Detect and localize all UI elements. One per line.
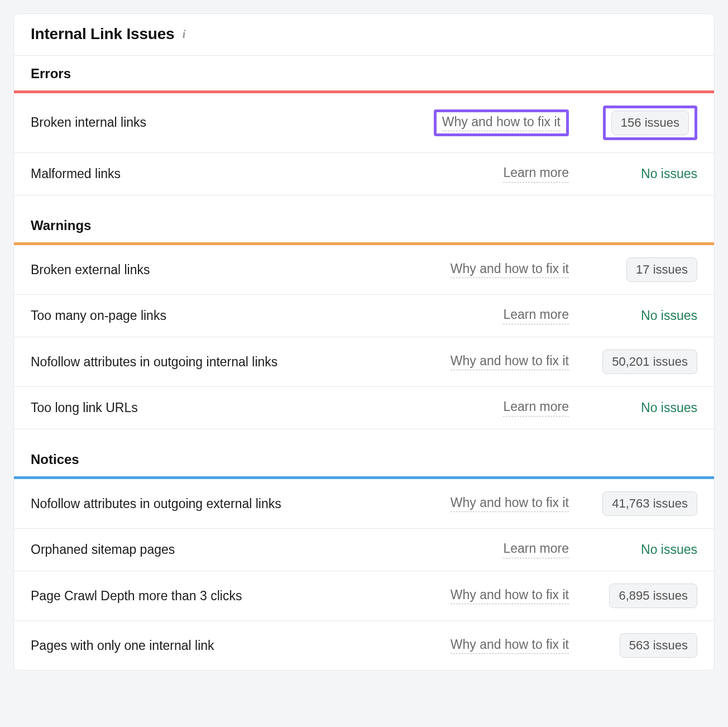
no-issues-label: No issues bbox=[641, 308, 697, 323]
issue-name: Nofollow attributes in outgoing external… bbox=[31, 495, 451, 513]
learn-more-link[interactable]: Learn more bbox=[503, 399, 569, 417]
issues-count-button[interactable]: 563 issues bbox=[620, 633, 697, 658]
issue-name: Broken external links bbox=[31, 261, 451, 279]
issue-name: Malformed links bbox=[31, 165, 503, 183]
issue-name: Orphaned sitemap pages bbox=[31, 541, 503, 558]
issues-count-button[interactable]: 41,763 issues bbox=[602, 491, 697, 516]
issue-row: Page Crawl Depth more than 3 clicks Why … bbox=[14, 571, 714, 621]
section-header-errors: Errors bbox=[14, 56, 714, 90]
section-header-warnings: Warnings bbox=[14, 195, 714, 242]
issues-count-button[interactable]: 50,201 issues bbox=[602, 350, 697, 374]
why-how-link[interactable]: Why and how to fix it bbox=[451, 261, 569, 279]
issue-row: Too many on-page links Learn more No iss… bbox=[14, 295, 714, 337]
learn-more-link[interactable]: Learn more bbox=[503, 165, 569, 183]
info-icon[interactable]: i bbox=[182, 28, 185, 40]
learn-more-link[interactable]: Learn more bbox=[503, 307, 569, 324]
issue-row: Nofollow attributes in outgoing external… bbox=[14, 479, 714, 529]
issue-name: Broken internal links bbox=[31, 114, 434, 131]
issues-count-button[interactable]: 17 issues bbox=[626, 257, 697, 282]
issues-count-button[interactable]: 156 issues bbox=[611, 111, 689, 135]
panel-title: Internal Link Issues bbox=[31, 25, 174, 43]
why-how-link[interactable]: Why and how to fix it bbox=[442, 114, 561, 132]
highlight-box: Why and how to fix it bbox=[434, 109, 569, 137]
issue-row: Orphaned sitemap pages Learn more No iss… bbox=[14, 529, 714, 571]
why-how-link[interactable]: Why and how to fix it bbox=[451, 637, 569, 654]
section-header-notices: Notices bbox=[14, 429, 714, 476]
issue-row: Broken external links Why and how to fix… bbox=[14, 245, 714, 295]
why-how-link[interactable]: Why and how to fix it bbox=[451, 495, 569, 513]
issue-name: Page Crawl Depth more than 3 clicks bbox=[31, 587, 451, 605]
panel-header: Internal Link Issues i bbox=[14, 14, 714, 56]
issue-row: Broken internal links Why and how to fix… bbox=[14, 93, 714, 153]
no-issues-label: No issues bbox=[641, 166, 697, 181]
issue-name: Too long link URLs bbox=[31, 399, 503, 417]
issue-name: Pages with only one internal link bbox=[31, 637, 451, 654]
internal-link-issues-panel: Internal Link Issues i Errors Broken int… bbox=[13, 13, 715, 671]
no-issues-label: No issues bbox=[641, 400, 697, 415]
no-issues-label: No issues bbox=[641, 542, 697, 557]
learn-more-link[interactable]: Learn more bbox=[503, 541, 569, 558]
issue-row: Too long link URLs Learn more No issues bbox=[14, 387, 714, 429]
issues-count-button[interactable]: 6,895 issues bbox=[609, 583, 697, 608]
issue-name: Too many on-page links bbox=[31, 307, 503, 324]
issue-row: Pages with only one internal link Why an… bbox=[14, 621, 714, 670]
issue-row: Nofollow attributes in outgoing internal… bbox=[14, 337, 714, 387]
highlight-box: 156 issues bbox=[603, 106, 697, 140]
issue-row: Malformed links Learn more No issues bbox=[14, 153, 714, 195]
why-how-link[interactable]: Why and how to fix it bbox=[451, 353, 569, 371]
issue-name: Nofollow attributes in outgoing internal… bbox=[31, 353, 451, 371]
why-how-link[interactable]: Why and how to fix it bbox=[451, 587, 569, 605]
